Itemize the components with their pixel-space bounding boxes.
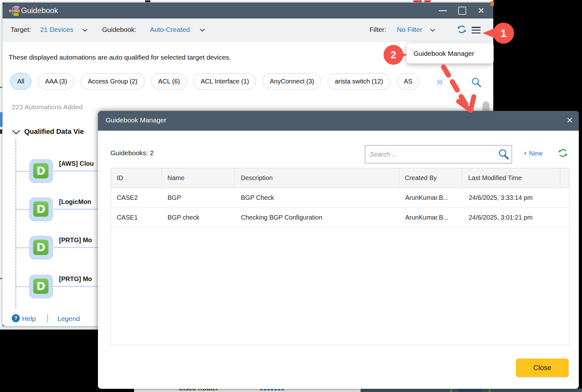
background-text-fragment: Cisco Router bbox=[179, 388, 218, 392]
table-cell: Checking BGP Configuration bbox=[235, 208, 399, 227]
minimize-button[interactable] bbox=[436, 3, 449, 18]
guidebooks-count: Guidebooks: 2 bbox=[110, 149, 153, 157]
data-view-icon-letter: D bbox=[33, 240, 48, 255]
background-fragment bbox=[489, 389, 490, 392]
dialog-search-input[interactable] bbox=[365, 146, 511, 163]
filter-chip[interactable]: AnyConnect (3) bbox=[263, 73, 321, 90]
table-cell: BGP Check bbox=[235, 188, 399, 207]
guidebook-select[interactable]: Auto-Created bbox=[150, 26, 190, 33]
menu-item-label: Guidebook Manager bbox=[414, 50, 474, 57]
dialog-close-icon[interactable]: ✕ bbox=[566, 116, 573, 125]
search-icon[interactable] bbox=[471, 77, 481, 87]
chevron-down-icon[interactable] bbox=[200, 29, 205, 32]
table-cell: 24/6/2025, 3:33:14 pm bbox=[463, 188, 561, 207]
collapse-chevron-icon[interactable] bbox=[12, 129, 20, 135]
table-row[interactable]: CASE2BGPBGP CheckArunKumar.B...24/6/2025… bbox=[111, 188, 569, 208]
annotation-step-2: 2 bbox=[384, 45, 403, 65]
toolbar: Target: 21 Devices Guidebook: Auto-Creat… bbox=[3, 18, 493, 42]
table-row[interactable]: CASE1BGP checkChecking BGP Configuration… bbox=[111, 208, 569, 228]
table-column-header[interactable]: Description bbox=[235, 168, 399, 188]
table-column-header[interactable]: Last Modified Time bbox=[462, 168, 560, 188]
background-left-strip bbox=[0, 3, 3, 326]
dialog-search-box bbox=[365, 145, 512, 163]
guidebook-app-icon bbox=[8, 5, 20, 16]
maximize-button[interactable] bbox=[456, 3, 468, 18]
chevron-down-icon[interactable] bbox=[430, 29, 435, 32]
table-cell: BGP bbox=[162, 188, 235, 207]
background-fragment bbox=[0, 129, 2, 134]
chips-overflow-icon[interactable]: » bbox=[436, 73, 443, 90]
tree-connector bbox=[16, 209, 30, 210]
data-view-icon[interactable]: D bbox=[29, 236, 53, 259]
dialog-title: Guidebook Manager bbox=[106, 116, 166, 124]
filter-chip[interactable]: ACL Interface (1) bbox=[194, 73, 256, 90]
table-cell: CASE2 bbox=[111, 188, 162, 207]
info-text: These displayed automations are auto qua… bbox=[9, 54, 231, 61]
filter-chip[interactable]: All bbox=[10, 73, 31, 90]
tree-connector bbox=[16, 247, 30, 248]
tree-item-label: [PRTG] Mo bbox=[59, 275, 92, 283]
help-link[interactable]: Help bbox=[22, 315, 36, 323]
background-fragment bbox=[490, 1, 494, 6]
background-bottom-strip bbox=[361, 388, 582, 392]
automation-count: 223 Automations Added bbox=[12, 103, 83, 111]
background-strip bbox=[0, 326, 98, 330]
filter-label: Filter: bbox=[369, 26, 386, 33]
dialog-header: Guidebook Manager ✕ bbox=[98, 111, 579, 131]
chevron-down-icon[interactable] bbox=[82, 29, 87, 32]
window-close-button[interactable]: ✕ bbox=[474, 3, 488, 18]
tree-item-label: [LogicMon bbox=[59, 198, 91, 206]
table-column-header-spacer bbox=[560, 168, 569, 188]
background-fragment bbox=[145, 0, 150, 2]
tree-heading: Qualified Data Vie bbox=[24, 127, 84, 136]
refresh-icon[interactable] bbox=[457, 25, 466, 34]
data-view-icon-letter: D bbox=[33, 163, 48, 178]
search-icon[interactable] bbox=[498, 149, 509, 160]
data-view-icon-letter: D bbox=[33, 279, 48, 294]
tree-item-label: [AWS] Clou bbox=[59, 160, 94, 167]
data-view-icon[interactable]: D bbox=[29, 275, 53, 298]
menu-hamburger-icon[interactable] bbox=[472, 27, 481, 33]
target-label: Target: bbox=[11, 26, 31, 33]
data-view-icon[interactable]: D bbox=[29, 198, 53, 221]
tree-connector bbox=[16, 286, 30, 287]
help-icon[interactable]: ? bbox=[12, 314, 20, 322]
menu-item-guidebook-manager[interactable]: Guidebook Manager bbox=[407, 44, 494, 63]
table-header-row: IDNameDescriptionCreated ByLast Modified… bbox=[111, 168, 569, 188]
background-fragment bbox=[0, 278, 2, 279]
background-fragment bbox=[451, 389, 452, 392]
window-titlebar: Guidebook ✕ bbox=[3, 3, 493, 18]
background-fragment bbox=[260, 389, 284, 390]
legend-link[interactable]: Legend bbox=[57, 315, 80, 323]
filter-chip[interactable]: arista switch (12) bbox=[328, 73, 390, 90]
filter-chips: AllAAA (3)Access Group (2)ACL (6)ACL Int… bbox=[10, 73, 437, 91]
new-guidebook-button[interactable]: + New bbox=[523, 149, 542, 157]
table-column-header[interactable]: Name bbox=[162, 168, 235, 188]
background-fragment bbox=[424, 0, 431, 2]
guidebook-manager-dialog: Guidebook Manager ✕ Guidebooks: 2 + New … bbox=[98, 111, 579, 389]
data-view-icon-letter: D bbox=[33, 201, 48, 217]
data-view-icon[interactable]: D bbox=[29, 159, 53, 183]
refresh-icon[interactable] bbox=[558, 148, 568, 158]
filter-chip[interactable]: AAA (3) bbox=[38, 73, 74, 90]
target-select[interactable]: 21 Devices bbox=[40, 26, 73, 33]
background-fragment bbox=[0, 87, 2, 88]
annotation-step-1: 1 bbox=[493, 23, 514, 44]
background-fragment bbox=[0, 112, 3, 127]
screen: Cisco Router Guidebook ✕ Target: 21 Devi… bbox=[0, 0, 582, 392]
close-button[interactable]: Close bbox=[516, 359, 569, 377]
table-cell: CASE1 bbox=[111, 208, 162, 227]
filter-select[interactable]: No Filter bbox=[397, 26, 422, 33]
table-cell: BGP check bbox=[162, 208, 235, 227]
table-column-header[interactable]: ID bbox=[111, 168, 162, 188]
background-fragment bbox=[414, 0, 422, 2]
tree-item-label: [PRTG] Mo bbox=[59, 236, 92, 244]
filter-chip[interactable]: Access Group (2) bbox=[81, 73, 145, 90]
background-bottom-strip: Cisco Router bbox=[134, 388, 361, 392]
filter-chip[interactable]: AS bbox=[397, 73, 420, 90]
table-column-header[interactable]: Created By bbox=[399, 168, 463, 188]
filter-chip[interactable]: ACL (6) bbox=[151, 73, 187, 90]
background-top-strip bbox=[0, 0, 493, 3]
background-fragment bbox=[459, 389, 482, 392]
table-cell: ArunKumar.B... bbox=[399, 188, 463, 207]
